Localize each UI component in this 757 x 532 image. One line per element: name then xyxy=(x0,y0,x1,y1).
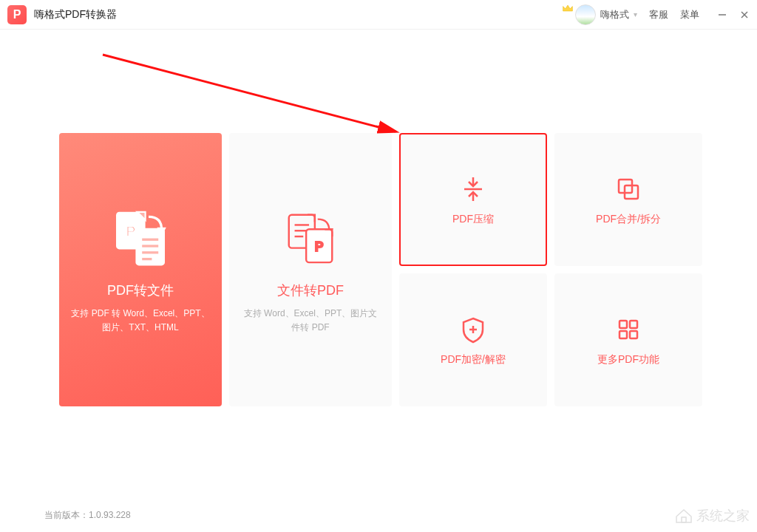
watermark: 系统之家 xyxy=(674,507,750,525)
file-to-pdf-icon: P xyxy=(277,205,344,271)
window-controls xyxy=(717,10,750,20)
watermark-text: 系统之家 xyxy=(696,507,750,525)
titlebar-right: 嗨格式 ▾ 客服 菜单 xyxy=(562,2,750,27)
card-title: 文件转PDF xyxy=(277,282,344,299)
merge-split-icon xyxy=(612,173,645,205)
shield-icon xyxy=(457,313,489,346)
compress-icon xyxy=(457,173,489,205)
support-link[interactable]: 客服 xyxy=(649,8,668,21)
avatar xyxy=(575,4,596,25)
pdf-to-file-icon: P xyxy=(107,205,174,271)
chevron-down-icon: ▾ xyxy=(634,10,637,18)
card-pdf-compress[interactable]: PDF压缩 xyxy=(399,133,547,266)
version-label: 当前版本： xyxy=(44,510,89,520)
user-area[interactable]: 嗨格式 ▾ xyxy=(562,2,637,27)
card-title: PDF转文件 xyxy=(107,282,174,299)
card-title: PDF压缩 xyxy=(452,213,494,226)
card-pdf-more[interactable]: 更多PDF功能 xyxy=(554,273,702,406)
svg-rect-30 xyxy=(630,331,637,338)
house-icon xyxy=(674,508,693,524)
card-pdf-encrypt[interactable]: PDF加密/解密 xyxy=(399,273,547,406)
crown-icon xyxy=(562,2,574,11)
titlebar-left: P 嗨格式PDF转换器 xyxy=(7,5,117,24)
minimize-button[interactable] xyxy=(717,10,727,20)
svg-text:P: P xyxy=(126,223,135,239)
svg-text:P: P xyxy=(315,239,324,253)
close-button[interactable] xyxy=(739,10,750,20)
svg-rect-31 xyxy=(682,517,686,522)
user-name: 嗨格式 xyxy=(600,8,629,21)
card-file-to-pdf[interactable]: P 文件转PDF 支持 Word、Excel、PPT、图片文件转 PDF xyxy=(229,133,392,406)
card-pdf-to-file[interactable]: P PDF转文件 支持 PDF 转 Word、Excel、PPT、图片、TXT、… xyxy=(59,133,222,406)
svg-rect-28 xyxy=(630,321,637,328)
card-grid: P PDF转文件 支持 PDF 转 Word、Excel、PPT、图片、TXT、… xyxy=(59,133,698,406)
card-title: 更多PDF功能 xyxy=(597,353,659,366)
app-logo: P xyxy=(7,5,27,24)
app-logo-letter: P xyxy=(13,8,21,21)
card-title: PDF合并/拆分 xyxy=(596,213,661,226)
card-desc: 支持 Word、Excel、PPT、图片文件转 PDF xyxy=(241,307,380,335)
menu-link[interactable]: 菜单 xyxy=(680,8,699,21)
app-title: 嗨格式PDF转换器 xyxy=(34,8,117,21)
card-title: PDF加密/解密 xyxy=(441,353,506,366)
svg-rect-29 xyxy=(619,331,627,338)
main: P PDF转文件 支持 PDF 转 Word、Excel、PPT、图片、TXT、… xyxy=(0,30,757,406)
titlebar: P 嗨格式PDF转换器 嗨格式 ▾ 客服 菜单 xyxy=(0,0,757,30)
version-footer: 当前版本：1.0.93.228 xyxy=(44,509,131,522)
card-pdf-merge-split[interactable]: PDF合并/拆分 xyxy=(554,133,702,266)
card-desc: 支持 PDF 转 Word、Excel、PPT、图片、TXT、HTML xyxy=(71,307,210,335)
svg-rect-27 xyxy=(619,321,627,328)
grid-icon xyxy=(612,313,645,346)
version-number: 1.0.93.228 xyxy=(89,510,131,520)
